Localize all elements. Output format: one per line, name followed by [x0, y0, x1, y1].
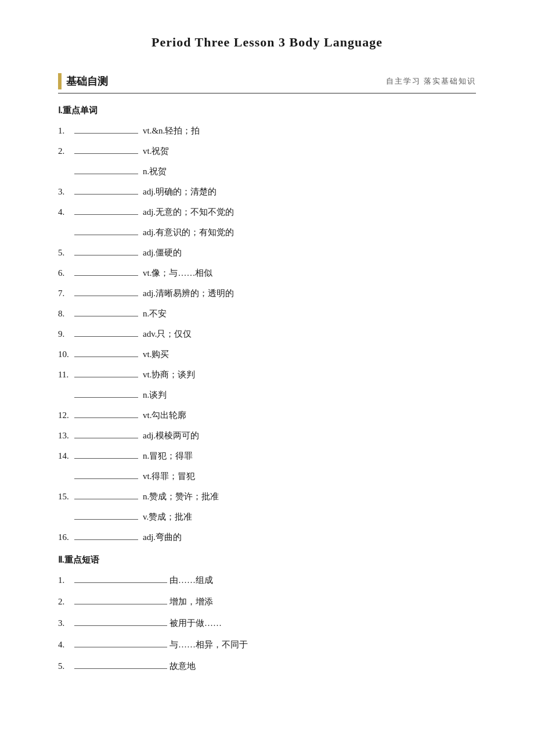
phrase-blank-3[interactable]: [74, 624, 167, 626]
phrase-item-1: 1. 由……组成: [58, 573, 476, 588]
vocab-blank-1[interactable]: [74, 131, 138, 134]
vocab-blank-7[interactable]: [74, 294, 138, 296]
vocab-blank-8[interactable]: [74, 314, 138, 316]
phrase-def-5: 故意地: [169, 658, 196, 674]
vocab-num-4: 4.: [58, 204, 74, 220]
page-title: Period Three Lesson 3 Body Language: [58, 35, 476, 50]
phrase-def-2: 增加，增添: [169, 594, 213, 610]
vocab-item-16: 16. adj.弯曲的: [58, 530, 476, 545]
vocab-def-2: vt.祝贺: [143, 143, 169, 159]
vocab-blank-15[interactable]: [74, 497, 138, 499]
phrase-def-1: 由……组成: [169, 573, 213, 588]
vocab-num-6: 6.: [58, 265, 74, 281]
vocab-def-6: vt.像；与……相似: [143, 265, 212, 281]
vocab-def-11b: n.谈判: [143, 387, 167, 403]
section-subtitle: 自主学习 落实基础知识: [386, 76, 476, 87]
vocab-item-14: 14. n.冒犯；得罪: [58, 448, 476, 464]
vocab-def-16: adj.弯曲的: [143, 530, 182, 545]
phrase-blank-1[interactable]: [74, 581, 167, 583]
section-title: 基础自测: [66, 74, 108, 88]
vocab-def-1: vt.&n.轻拍；拍: [143, 123, 200, 139]
vocab-def-13: adj.模棱两可的: [143, 428, 199, 444]
vocab-blank-4b[interactable]: [74, 233, 138, 235]
vocab-num-2: 2.: [58, 143, 74, 159]
phrase-item-4: 4. 与……相异，不同于: [58, 637, 476, 653]
vocab-def-4: adj.无意的；不知不觉的: [143, 204, 234, 220]
vocab-num-14: 14.: [58, 448, 74, 464]
vocab-def-15: n.赞成；赞许；批准: [143, 489, 219, 505]
phrase-blank-2[interactable]: [74, 602, 167, 604]
vocab-def-14: n.冒犯；得罪: [143, 448, 193, 464]
vocab-num-11: 11.: [58, 367, 74, 383]
vocab-def-7: adj.清晰易辨的；透明的: [143, 286, 234, 301]
vocab-num-12: 12.: [58, 408, 74, 423]
section-header: 基础自测 自主学习 落实基础知识: [58, 73, 476, 93]
phrase-blank-4[interactable]: [74, 645, 167, 647]
vocab-blank-5[interactable]: [74, 253, 138, 255]
vocab-item-12: 12. vt.勾出轮廓: [58, 408, 476, 423]
vocab-sub-item-11: n.谈判: [74, 387, 476, 403]
vocab-item-9: 9. adv.只；仅仅: [58, 326, 476, 342]
phrase-num-3: 3.: [58, 615, 74, 631]
vocab-def-15b: v.赞成；批准: [143, 509, 192, 525]
vocab-blank-11b[interactable]: [74, 395, 138, 398]
vocab-sub-item-15: v.赞成；批准: [74, 509, 476, 525]
vocab-def-9: adv.只；仅仅: [143, 326, 192, 342]
vocab-item-6: 6. vt.像；与……相似: [58, 265, 476, 281]
vocab-item-7: 7. adj.清晰易辨的；透明的: [58, 286, 476, 301]
vocab-item-1: 1. vt.&n.轻拍；拍: [58, 123, 476, 139]
vocab-item-8: 8. n.不安: [58, 306, 476, 322]
vocab-blank-12[interactable]: [74, 416, 138, 418]
vocab-def-3: adj.明确的；清楚的: [143, 184, 217, 200]
phrase-item-5: 5. 故意地: [58, 658, 476, 674]
vocab-item-13: 13. adj.模棱两可的: [58, 428, 476, 444]
vocab-num-5: 5.: [58, 245, 74, 261]
vocab-blank-11[interactable]: [74, 375, 138, 377]
vocab-item-3: 3. adj.明确的；清楚的: [58, 184, 476, 200]
vocab-blank-14[interactable]: [74, 456, 138, 459]
vocab-blank-2b[interactable]: [74, 172, 138, 174]
vocab-item-5: 5. adj.僵硬的: [58, 245, 476, 261]
vocab-sub-item-4: adj.有意识的；有知觉的: [74, 225, 476, 240]
vocab-num-8: 8.: [58, 306, 74, 322]
vocab-item-15: 15. n.赞成；赞许；批准: [58, 489, 476, 505]
phrase-item-2: 2. 增加，增添: [58, 594, 476, 610]
vocab-blank-10[interactable]: [74, 355, 138, 357]
vocab-def-14b: vt.得罪；冒犯: [143, 469, 195, 484]
vocab-blank-13[interactable]: [74, 436, 138, 438]
vocab-blank-15b[interactable]: [74, 517, 138, 520]
vocab-sub-item-14: vt.得罪；冒犯: [74, 469, 476, 484]
vocab-list: 1. vt.&n.轻拍；拍 2. vt.祝贺 n.祝贺 3. adj.明确的；清…: [58, 123, 476, 545]
vocab-def-12: vt.勾出轮廓: [143, 408, 186, 423]
vocab-sub-item-2: n.祝贺: [74, 164, 476, 179]
part1-title: Ⅰ.重点单词: [58, 105, 476, 116]
vocab-blank-4[interactable]: [74, 213, 138, 215]
vocab-num-9: 9.: [58, 326, 74, 342]
vocab-item-4: 4. adj.无意的；不知不觉的: [58, 204, 476, 220]
phrase-blank-5[interactable]: [74, 667, 167, 669]
vocab-blank-16[interactable]: [74, 538, 138, 540]
section-header-bar: [58, 73, 62, 89]
phrase-list: 1. 由……组成 2. 增加，增添 3. 被用于做…… 4. 与……相异，不同于…: [58, 573, 476, 674]
vocab-blank-6[interactable]: [74, 273, 138, 276]
vocab-num-13: 13.: [58, 428, 74, 444]
vocab-def-10: vt.购买: [143, 347, 169, 362]
vocab-def-8: n.不安: [143, 306, 167, 322]
vocab-num-3: 3.: [58, 184, 74, 200]
section-header-left: 基础自测: [58, 73, 108, 89]
vocab-item-2: 2. vt.祝贺: [58, 143, 476, 159]
phrase-def-4: 与……相异，不同于: [169, 637, 248, 653]
vocab-def-2b: n.祝贺: [143, 164, 167, 179]
phrase-item-3: 3. 被用于做……: [58, 615, 476, 631]
vocab-blank-3[interactable]: [74, 192, 138, 195]
vocab-num-16: 16.: [58, 530, 74, 545]
vocab-item-10: 10. vt.购买: [58, 347, 476, 362]
vocab-blank-9[interactable]: [74, 334, 138, 337]
vocab-blank-2[interactable]: [74, 152, 138, 154]
vocab-blank-14b[interactable]: [74, 477, 138, 479]
vocab-num-7: 7.: [58, 286, 74, 301]
vocab-item-11: 11. vt.协商；谈判: [58, 367, 476, 383]
phrase-num-4: 4.: [58, 637, 74, 653]
vocab-def-11: vt.协商；谈判: [143, 367, 195, 383]
vocab-def-5: adj.僵硬的: [143, 245, 182, 261]
